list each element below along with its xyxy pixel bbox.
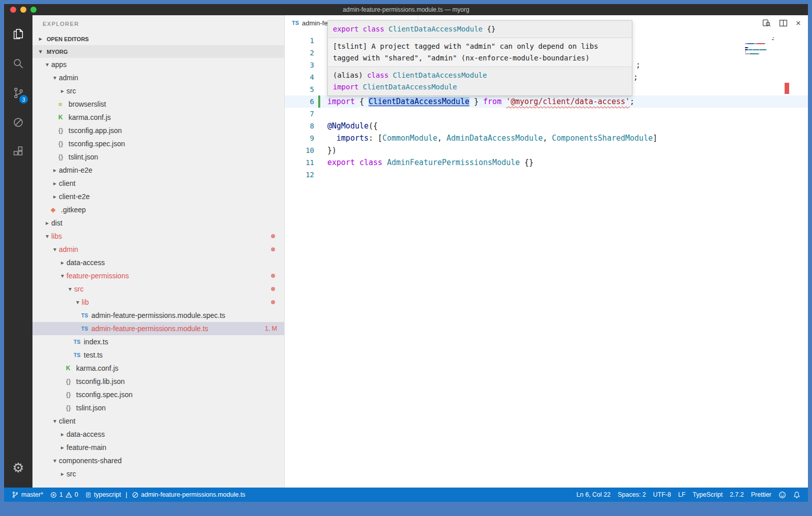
minimap-line — [745, 39, 777, 40]
vscode-window: admin-feature-permissions.module.ts — my… — [4, 4, 808, 502]
line-number: 12 — [285, 169, 314, 181]
minimap-segment — [750, 53, 758, 54]
file-problems-indicator[interactable]: admin-feature-permissions.module.ts — [128, 491, 249, 498]
code-line-10[interactable]: 10}) — [285, 144, 808, 156]
code-line-12[interactable]: 12 — [285, 169, 808, 181]
tree-item-src[interactable]: ▾src — [32, 282, 284, 296]
typescript-file-icon: TS — [292, 20, 299, 26]
tree-item--gitkeep[interactable]: ◈.gitkeep — [32, 203, 284, 216]
tree-item-admin[interactable]: ▾admin — [32, 243, 284, 256]
language-indicator[interactable]: TypeScript — [689, 491, 726, 498]
minimap-segment — [766, 49, 767, 50]
debug-view-button[interactable] — [4, 108, 32, 137]
eol-indicator[interactable]: LF — [674, 491, 689, 498]
tree-item-tsconfig-app-json[interactable]: {}tsconfig.app.json — [32, 124, 284, 137]
search-view-button[interactable] — [4, 49, 32, 78]
zoom-window-button[interactable] — [30, 7, 37, 13]
line-number: 8 — [285, 120, 314, 132]
open-editors-section-header[interactable]: ▸ OPEN EDITORS — [32, 33, 284, 45]
ts-version-indicator[interactable]: 2.7.2 — [726, 491, 748, 498]
tree-item-index-ts[interactable]: TSindex.ts — [32, 335, 284, 348]
code-line-8[interactable]: 8@NgModule({ — [285, 120, 808, 132]
workspace-label: MYORG — [47, 49, 68, 55]
notifications-button[interactable] — [790, 491, 804, 499]
tree-item-label: admin — [59, 74, 78, 82]
line-number: 1 — [285, 35, 314, 47]
tree-item-client[interactable]: ▾client — [32, 414, 284, 428]
code-token: { — [355, 97, 368, 106]
hover-alias: (alias) class ClientDataAccessModuleimpo… — [328, 67, 632, 95]
feedback-button[interactable] — [775, 491, 790, 499]
tree-item-tsconfig-lib-json[interactable]: {}tsconfig.lib.json — [32, 375, 284, 388]
warning-icon — [65, 492, 72, 498]
code-token: ; — [630, 97, 634, 106]
open-editors-label: OPEN EDITORS — [47, 36, 89, 42]
chevron-right-icon: ▸ — [51, 180, 59, 187]
minimap-line — [745, 49, 777, 50]
line-number: 2 — [285, 47, 314, 59]
workspace-section-header[interactable]: ▾ MYORG — [32, 45, 284, 58]
tree-item-admin-e2e[interactable]: ▸admin-e2e — [32, 164, 284, 177]
tree-item-data-access[interactable]: ▸data-access — [32, 428, 284, 441]
close-window-button[interactable] — [10, 7, 16, 13]
tree-item-client-e2e[interactable]: ▸client-e2e — [32, 190, 284, 203]
code-line-11[interactable]: 11export class AdminFeaturePermissionsMo… — [285, 156, 808, 169]
typescript-status-indicator[interactable]: typescript — [82, 491, 125, 498]
code-token: '@myorg/client/data-access' — [506, 97, 630, 106]
source-control-view-button[interactable]: 3 — [4, 78, 32, 108]
tree-item-src[interactable]: ▸src — [32, 84, 284, 98]
chevron-right-icon: ▸ — [51, 167, 59, 174]
tree-item-label: src — [66, 87, 76, 95]
cursor-position-indicator[interactable]: Ln 6, Col 22 — [573, 491, 614, 498]
minimize-window-button[interactable] — [20, 7, 26, 13]
code-editor[interactable]: 123;4';56import { ClientDataAccessModule… — [285, 30, 808, 488]
typescript-file-icon: TS — [81, 326, 91, 332]
tree-item-admin-feature-permissions-module-spec-ts[interactable]: TSadmin-feature-permissions.module.spec.… — [32, 309, 284, 322]
tree-item-label: admin-e2e — [59, 166, 92, 174]
git-branch-indicator[interactable]: master* — [8, 491, 47, 498]
tree-item-data-access[interactable]: ▸data-access — [32, 256, 284, 269]
tree-item-test-ts[interactable]: TStest.ts — [32, 348, 284, 362]
tree-item-components-shared[interactable]: ▾components-shared — [32, 454, 284, 467]
split-editor-icon[interactable] — [779, 19, 788, 27]
minimap-line — [745, 53, 777, 54]
tree-item-tsconfig-spec-json[interactable]: {}tsconfig.spec.json — [32, 137, 284, 150]
tree-item-label: karma.conf.js — [76, 364, 118, 372]
tree-item-feature-main[interactable]: ▸feature-main — [32, 441, 284, 454]
code-token: AdminFeaturePermissionsModule — [387, 158, 520, 167]
tree-item-karma-conf-js[interactable]: Kkarma.conf.js — [32, 111, 284, 124]
encoding-indicator[interactable]: UTF-8 — [650, 491, 674, 498]
tree-item-browserslist[interactable]: ≡browserslist — [32, 98, 284, 111]
tree-item-src[interactable]: ▸src — [32, 467, 284, 480]
tree-item-label: tslint.json — [76, 404, 106, 412]
problems-indicator[interactable]: 1 0 — [47, 491, 82, 498]
explorer-view-button[interactable] — [4, 19, 32, 49]
tree-item-admin[interactable]: ▾admin — [32, 71, 284, 84]
tree-item-karma-conf-js[interactable]: Kkarma.conf.js — [32, 362, 284, 375]
tree-item-apps[interactable]: ▾apps — [32, 58, 284, 71]
tree-item-libs[interactable]: ▾libs — [32, 230, 284, 243]
indentation-indicator[interactable]: Spaces: 2 — [614, 491, 650, 498]
tree-item-tsconfig-spec-json[interactable]: {}tsconfig.spec.json — [32, 388, 284, 401]
formatter-indicator[interactable]: Prettier — [748, 491, 775, 498]
code-line-6[interactable]: 6import { ClientDataAccessModule } from … — [285, 95, 808, 108]
tree-item-feature-permissions[interactable]: ▾feature-permissions — [32, 269, 284, 282]
typescript-file-icon: TS — [74, 339, 84, 345]
open-preview-icon[interactable] — [762, 19, 771, 27]
tree-item-client[interactable]: ▸client — [32, 177, 284, 190]
extensions-view-button[interactable] — [4, 137, 32, 167]
tree-item-lib[interactable]: ▾lib — [32, 296, 284, 309]
chevron-right-icon: ▸ — [58, 431, 66, 438]
minimap-line — [745, 55, 777, 56]
code-line-7[interactable]: 7 — [285, 108, 808, 120]
code-line-9[interactable]: 9 imports: [CommonModule, AdminDataAcces… — [285, 132, 808, 144]
tree-item-tslint-json[interactable]: {}tslint.json — [32, 401, 284, 414]
code-token: }) — [327, 146, 336, 155]
close-editor-icon[interactable]: × — [796, 19, 801, 27]
minimap[interactable] — [745, 33, 777, 57]
tree-item-tslint-json[interactable]: {}tslint.json — [32, 150, 284, 164]
tree-item-label: tsconfig.lib.json — [76, 377, 125, 385]
settings-button[interactable]: ⚙ — [4, 453, 32, 482]
tree-item-admin-feature-permissions-module-ts[interactable]: TSadmin-feature-permissions.module.ts1, … — [32, 322, 284, 335]
tree-item-dist[interactable]: ▸dist — [32, 216, 284, 230]
